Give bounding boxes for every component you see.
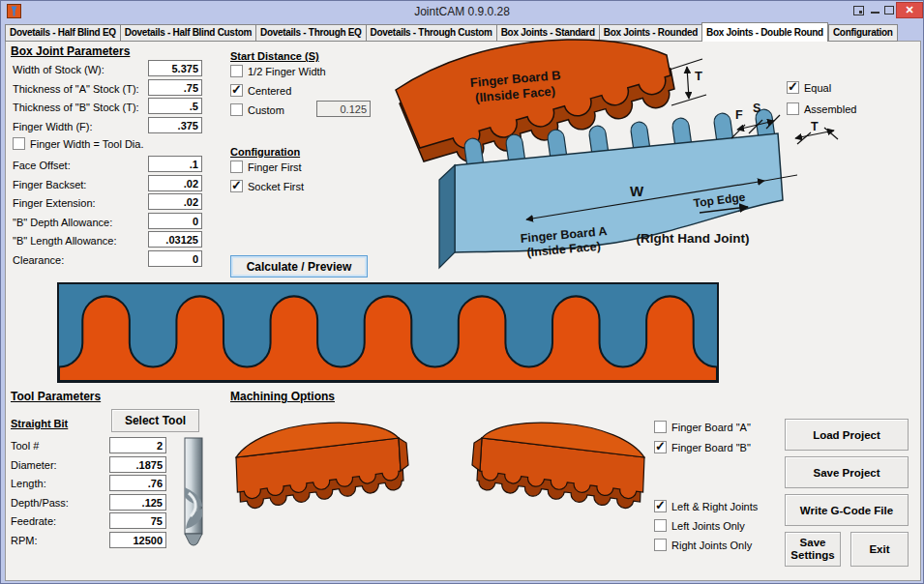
- load-project-button[interactable]: Load Project: [785, 419, 909, 451]
- close-button[interactable]: ✕: [896, 2, 923, 18]
- checkbox-label: Assembled: [804, 103, 856, 115]
- right-joint-thumbnail: [465, 415, 654, 511]
- window-title: JointCAM 0.9.0.28: [1, 5, 923, 18]
- calculate-preview-button[interactable]: Calculate / Preview: [230, 255, 368, 277]
- machining-options-heading: Machining Options: [230, 390, 335, 403]
- finger-first-checkbox[interactable]: Finger First: [230, 161, 302, 173]
- depth-pass-input[interactable]: [109, 494, 166, 511]
- checkbox-label: Centered: [248, 85, 291, 97]
- svg-text:S: S: [753, 102, 760, 115]
- tab-dovetails-through-eq[interactable]: Dovetails - Through EQ: [255, 24, 366, 42]
- exit-button[interactable]: Exit: [850, 532, 909, 567]
- maximize-button[interactable]: [884, 6, 894, 15]
- checkbox-box: [654, 539, 667, 551]
- minimize-button[interactable]: [871, 12, 879, 14]
- custom-start-distance-input[interactable]: [316, 101, 371, 117]
- checkbox-box: [230, 84, 243, 97]
- svg-text:(Right Hand Joint): (Right Hand Joint): [637, 231, 750, 246]
- finger-width-input[interactable]: [148, 117, 202, 133]
- diameter-label: Diameter:: [11, 459, 57, 471]
- checkbox-box: [230, 65, 243, 77]
- finger-width-label: Finger Width (F):: [13, 121, 93, 132]
- checkbox-label: Finger Board "A": [671, 422, 751, 433]
- checkbox-label: Equal: [804, 82, 831, 94]
- svg-text:T: T: [811, 120, 819, 133]
- b-depth-allowance-input[interactable]: [148, 213, 202, 229]
- joint-preview-wave: [59, 284, 717, 381]
- finger-extension-input[interactable]: [148, 193, 202, 210]
- title-bar[interactable]: JointCAM 0.9.0.28 ✕: [1, 1, 923, 21]
- checkbox-label: Left & Right Joints: [671, 501, 758, 512]
- write-gcode-button[interactable]: Write G-Code File: [785, 494, 909, 526]
- checkbox-label: Right Joints Only: [671, 540, 752, 551]
- half-finger-width-checkbox[interactable]: 1/2 Finger Width: [230, 65, 326, 77]
- feedrate-label: Feedrate:: [11, 515, 56, 527]
- checkbox-label: Finger First: [248, 161, 302, 173]
- centered-checkbox[interactable]: Centered: [230, 84, 291, 97]
- width-of-stock-input[interactable]: [148, 60, 202, 76]
- tab-dovetails-half-blind-custom[interactable]: Dovetails - Half Blind Custom: [120, 24, 255, 42]
- b-length-allowance-input[interactable]: [148, 231, 202, 248]
- configuration-heading: Configuration: [230, 146, 300, 158]
- checkbox-box: [654, 519, 667, 532]
- checkbox-box: [230, 161, 243, 173]
- joint-preview: [57, 282, 719, 383]
- tool-parameters-heading: Tool Parameters: [11, 390, 101, 403]
- box-joint-parameters-heading: Box Joint Parameters: [11, 44, 130, 58]
- straight-bit-heading: Straight Bit: [11, 418, 68, 429]
- checkbox-box: [787, 81, 799, 94]
- checkbox-label: Custom: [248, 104, 284, 116]
- start-distance-heading: Start Distance (S): [230, 50, 319, 62]
- clearance-input[interactable]: [148, 250, 202, 267]
- left-joint-thumbnail: [226, 415, 415, 511]
- checkbox-box: [654, 500, 667, 512]
- joint-diagram: Finger Board B (IInside Face) T: [383, 30, 924, 286]
- checkbox-label: Finger Width = Tool Dia.: [30, 138, 144, 150]
- length-input[interactable]: [109, 475, 166, 491]
- svg-text:F: F: [735, 108, 743, 122]
- jointcam-window: JointCAM 0.9.0.28 ✕ Dovetails - Half Bli…: [0, 0, 924, 584]
- length-label: Length:: [11, 478, 46, 489]
- system-menu-icon[interactable]: [853, 6, 864, 15]
- finger-board-b-checkbox[interactable]: Finger Board "B": [654, 441, 751, 453]
- checkbox-box: [787, 102, 799, 115]
- feedrate-input[interactable]: [109, 512, 166, 529]
- svg-text:W: W: [630, 183, 644, 199]
- equal-checkbox[interactable]: Equal: [787, 81, 831, 94]
- custom-checkbox[interactable]: Custom: [230, 103, 284, 116]
- checkbox-label: Left Joints Only: [671, 520, 745, 532]
- b-depth-allowance-label: "B" Depth Allowance:: [13, 217, 112, 228]
- right-joints-only-checkbox[interactable]: Right Joints Only: [654, 539, 752, 551]
- finger-extension-label: Finger Extension:: [13, 197, 96, 209]
- face-offset-input[interactable]: [148, 156, 202, 172]
- thickness-b-label: Thickness of "B" Stock (T):: [13, 102, 139, 113]
- b-length-allowance-label: "B" Length Allowance:: [13, 235, 117, 247]
- checkbox-box: [13, 137, 25, 150]
- finger-board-a-checkbox[interactable]: Finger Board "A": [654, 421, 751, 433]
- save-project-button[interactable]: Save Project: [785, 456, 909, 488]
- checkbox-box: [654, 441, 667, 453]
- thickness-a-input[interactable]: [148, 79, 202, 96]
- svg-text:T: T: [695, 69, 702, 83]
- thickness-b-input[interactable]: [148, 98, 202, 114]
- checkbox-label: 1/2 Finger Width: [248, 66, 326, 77]
- select-tool-button[interactable]: Select Tool: [111, 409, 199, 432]
- finger-width-tool-dia-checkbox[interactable]: Finger Width = Tool Dia.: [13, 137, 144, 150]
- checkbox-box: [654, 421, 667, 433]
- left-right-joints-checkbox[interactable]: Left & Right Joints: [654, 500, 758, 512]
- assembled-checkbox[interactable]: Assembled: [787, 102, 856, 115]
- checkbox-box: [230, 180, 243, 192]
- rpm-label: RPM:: [11, 535, 38, 546]
- rpm-input[interactable]: [109, 532, 166, 548]
- thickness-a-label: Thickness of "A" Stock (T):: [13, 83, 139, 95]
- depth-pass-label: Depth/Pass:: [11, 497, 69, 509]
- finger-backset-input[interactable]: [148, 175, 202, 191]
- socket-first-checkbox[interactable]: Socket First: [230, 180, 304, 192]
- tool-number-input[interactable]: [109, 437, 166, 453]
- diameter-input[interactable]: [109, 456, 166, 473]
- clearance-label: Clearance:: [13, 254, 64, 266]
- save-settings-button[interactable]: Save Settings: [785, 532, 841, 567]
- tab-dovetails-half-blind-eq[interactable]: Dovetails - Half Blind EQ: [5, 24, 120, 42]
- left-joints-only-checkbox[interactable]: Left Joints Only: [654, 519, 745, 532]
- face-offset-label: Face Offset:: [13, 160, 71, 171]
